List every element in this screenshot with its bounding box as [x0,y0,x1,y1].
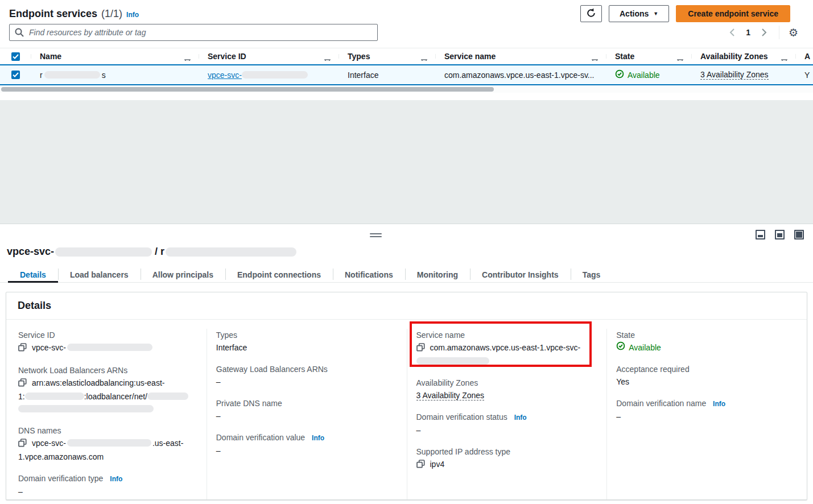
tab-notifications[interactable]: Notifications [333,265,405,282]
details-card-body: Service ID vpce-svc- Network Load Balanc… [6,320,807,499]
copy-icon[interactable] [416,342,425,355]
details-column-3: Service name com.amazonaws.vpce.us-east-… [407,329,607,499]
redacted-text [18,405,154,412]
field-network-load-balancer-arns: Network Load Balancers ARNs arn:aws:elas… [18,364,196,415]
sort-icon[interactable] [781,57,787,61]
redacted-text [147,393,188,400]
preferences-gear-icon[interactable]: ⚙ [789,27,798,38]
search-input[interactable] [9,24,378,41]
create-endpoint-service-button[interactable]: Create endpoint service [676,5,790,22]
check-circle-icon [616,341,625,354]
pagination: 1 ⚙ [727,26,798,39]
detail-split-panel: vpce-svc- / r Details Load balancers All… [0,224,813,504]
table-header: Name Service ID Types Service name State… [0,48,813,64]
header-buttons: Actions ▼ Create endpoint service [580,5,790,22]
details-column-4: State Available Acceptance required [606,329,807,499]
tab-details[interactable]: Details [8,265,58,282]
previous-page-button[interactable] [727,27,738,38]
sort-icon[interactable] [421,57,427,61]
tab-contributor-insights[interactable]: Contributor Insights [470,265,571,282]
search-icon [15,28,24,39]
field-service-name: Service name com.amazonaws.vpce.us-east-… [416,329,597,367]
copy-icon[interactable] [416,459,425,472]
row-select-cell [0,71,31,79]
field-domain-verification-status: Domain verification status Info – [416,411,597,436]
sort-icon[interactable] [324,57,331,61]
page-title: Endpoint services [9,8,97,20]
info-link[interactable]: Info [110,475,122,483]
field-dns-names: DNS names vpce-svc-.us-east- 1.vpce.amaz… [18,424,196,463]
copy-icon[interactable] [18,378,27,390]
actions-button[interactable]: Actions ▼ [609,5,669,22]
row-service-name-cell: com.amazonaws.vpce.us-east-1.vpce-sv... [435,71,606,80]
row-service-id-cell: vpce-svc- [199,71,339,80]
tab-load-balancers[interactable]: Load balancers [58,265,141,282]
row-name-cell: r s [31,71,199,80]
header-info-link[interactable]: Info [126,11,139,19]
column-header-name[interactable]: Name [31,52,199,61]
caret-down-icon: ▼ [653,11,658,16]
pagination-divider [779,26,779,39]
redacted-text [166,247,296,257]
redacted-text [416,357,489,365]
column-header-availability-zones[interactable]: Availability Zones [691,52,795,61]
sort-icon[interactable] [184,57,191,61]
panel-size-medium-icon[interactable] [775,230,785,239]
field-availability-zones: Availability Zones 3 Availability Zones [416,377,597,402]
horizontal-scrollbar[interactable] [0,86,813,93]
field-domain-verification-value: Domain verification value Info – [216,431,397,457]
check-circle-icon [615,69,624,80]
field-types: Types Interface [216,329,397,354]
state-badge: Available [628,71,660,80]
tab-allow-principals[interactable]: Allow principals [141,265,225,282]
info-link[interactable]: Info [713,400,725,408]
row-state-cell: Available [606,69,691,80]
scrollbar-thumb[interactable] [1,87,494,92]
panel-size-small-icon[interactable] [756,230,765,239]
column-header-acceptance[interactable]: A [795,52,813,61]
column-header-service-id[interactable]: Service ID [199,52,339,61]
redacted-text [242,71,308,79]
availability-zones-popover-link[interactable]: 3 Availability Zones [700,70,769,80]
sort-icon[interactable] [677,57,683,61]
state-badge: Available [629,341,661,354]
next-page-button[interactable] [758,27,770,38]
split-panel-drag-handle[interactable] [370,233,382,239]
content-background [0,100,813,224]
table-row[interactable]: r s vpce-svc- Interface com.amazonaws.vp… [0,64,813,85]
field-domain-verification-name: Domain verification name Info – [616,397,797,423]
tab-monitoring[interactable]: Monitoring [405,265,470,282]
panel-size-large-icon[interactable] [794,230,804,239]
service-id-link[interactable]: vpce-svc- [208,71,308,80]
page-header: Endpoint services (1/1) Info Actions ▼ C… [9,5,790,23]
field-state: State Available [616,329,797,354]
split-panel-controls [756,230,804,239]
availability-zones-popover-link[interactable]: 3 Availability Zones [416,391,485,400]
endpoint-services-page: Endpoint services (1/1) Info Actions ▼ C… [0,0,813,504]
field-supported-ip-address-type: Supported IP address type ipv4 [416,445,597,472]
create-button-label: Create endpoint service [688,9,778,18]
redacted-text [67,439,151,447]
column-header-state[interactable]: State [606,52,691,61]
select-all-checkbox[interactable] [11,52,20,61]
details-column-1: Service ID vpce-svc- Network Load Balanc… [6,329,207,499]
page-title-group: Endpoint services (1/1) Info [9,8,139,20]
tab-tags[interactable]: Tags [571,265,613,282]
column-header-types[interactable]: Types [339,52,435,61]
row-checkbox[interactable] [11,71,20,79]
info-link[interactable]: Info [312,434,324,442]
tab-endpoint-connections[interactable]: Endpoint connections [225,265,333,282]
refresh-icon [586,8,596,20]
details-column-2: Types Interface Gateway Load Balancers A… [207,329,407,499]
copy-icon[interactable] [18,342,27,355]
copy-icon[interactable] [18,438,27,451]
column-header-service-name[interactable]: Service name [435,52,606,61]
page-number[interactable]: 1 [744,28,753,37]
row-acceptance-cell: Y [795,71,813,80]
split-panel-bar [0,224,813,241]
refresh-button[interactable] [580,5,602,22]
actions-button-label: Actions [620,9,649,18]
info-link[interactable]: Info [514,414,527,422]
redacted-text [44,71,100,79]
sort-icon[interactable] [592,57,598,61]
